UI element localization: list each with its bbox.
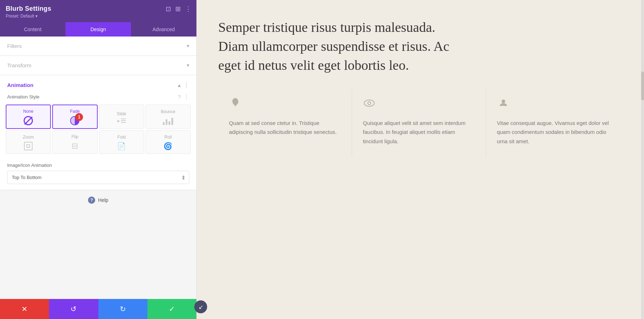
slide-icon: ▶ <box>117 119 126 123</box>
roll-icon: 🌀 <box>164 142 172 150</box>
undo-button[interactable]: ↺ <box>49 299 98 319</box>
animation-title: Animation <box>7 82 33 88</box>
content-area: Semper tristique risus turpis malesuada.… <box>197 0 641 319</box>
anim-flip[interactable]: Flip ⊟ <box>52 130 97 154</box>
tabs: Content Design Advanced <box>0 22 196 37</box>
filters-section: Filters ▾ <box>0 37 196 56</box>
animation-style-more-icon[interactable]: ⋮ <box>184 93 189 100</box>
anim-bounce[interactable]: Bounce <box>146 105 191 129</box>
animation-style-row: Animation Style ? ⋮ <box>0 91 196 105</box>
panel-title: Blurb Settings <box>6 5 191 13</box>
fullscreen-icon[interactable]: ⊡ <box>166 5 171 13</box>
svg-point-3 <box>502 100 505 103</box>
none-icon-wrap <box>24 116 33 125</box>
blurb-icon-3 <box>497 97 609 111</box>
transform-header[interactable]: Transform ▾ <box>0 56 196 75</box>
blurb-cards: Quam at sed conse ctetur in. Tristique a… <box>218 90 620 157</box>
animation-style-help-icon[interactable]: ? <box>178 94 181 100</box>
tab-content[interactable]: Content <box>0 22 65 37</box>
anim-none-label: None <box>23 109 34 114</box>
anim-zoom-label: Zoom <box>23 135 34 140</box>
image-icon-select[interactable]: Top To Bottom Bottom To Top Left To Righ… <box>7 171 189 184</box>
settings-panel: Blurb Settings Preset: Default ▾ ⊡ ⊞ ⋮ C… <box>0 0 197 319</box>
cancel-button[interactable]: ✕ <box>0 299 49 319</box>
image-icon-animation-section: Image/Icon Animation Top To Bottom Botto… <box>0 160 196 190</box>
transform-title: Transform <box>7 62 31 68</box>
transform-chevron: ▾ <box>187 62 189 68</box>
fade-badge: 1 <box>75 113 83 121</box>
scrollbar-thumb[interactable] <box>641 72 644 100</box>
blurb-card-2: Quisque aliquet velit sit amet sem inter… <box>352 90 486 157</box>
animation-header-icons: ▴ ⋮ <box>178 82 189 88</box>
redo-button[interactable]: ↻ <box>98 299 147 319</box>
bounce-icon <box>163 116 173 125</box>
blurb-icon-1 <box>229 97 341 111</box>
blurb-card-1: Quam at sed conse ctetur in. Tristique a… <box>218 90 352 157</box>
anim-slide[interactable]: Slide ▶ <box>99 105 144 129</box>
anim-fold[interactable]: Fold 📄 <box>99 130 144 154</box>
blurb-icon-2 <box>363 97 475 111</box>
anim-zoom[interactable]: Zoom <box>6 130 51 154</box>
panel-body: Filters ▾ Transform ▾ Animation ▴ ⋮ Anim <box>0 37 196 299</box>
floating-action-icon[interactable]: ↙ <box>194 300 207 313</box>
image-icon-select-wrap: Top To Bottom Bottom To Top Left To Righ… <box>7 171 189 184</box>
tab-design[interactable]: Design <box>65 22 131 37</box>
anim-none[interactable]: None <box>6 105 51 129</box>
panel-header-icons: ⊡ ⊞ ⋮ <box>166 5 191 13</box>
panel-preset[interactable]: Preset: Default ▾ <box>6 14 191 19</box>
fade-icon-wrap: 1 <box>70 116 79 125</box>
anim-roll[interactable]: Roll 🌀 <box>146 130 191 154</box>
filters-title: Filters <box>7 43 22 49</box>
filters-chevron: ▾ <box>187 43 189 49</box>
more-icon[interactable]: ⋮ <box>185 5 191 13</box>
animation-collapse-icon[interactable]: ▴ <box>178 82 181 88</box>
blurb-text-2: Quisque aliquet velit sit amet sem inter… <box>363 119 475 146</box>
help-circle-icon: ? <box>88 197 95 204</box>
animation-header: Animation ▴ ⋮ <box>0 75 196 91</box>
image-icon-label: Image/Icon Animation <box>7 163 189 168</box>
panel-footer: ✕ ↺ ↻ ✓ <box>0 299 196 319</box>
transform-section: Transform ▾ <box>0 56 196 75</box>
tab-advanced[interactable]: Advanced <box>131 22 196 37</box>
right-scrollbar[interactable] <box>641 0 644 319</box>
save-button[interactable]: ✓ <box>147 299 196 319</box>
panel-header: Blurb Settings Preset: Default ▾ ⊡ ⊞ ⋮ <box>0 0 196 22</box>
anim-bounce-label: Bounce <box>161 109 176 114</box>
animation-more-icon[interactable]: ⋮ <box>184 82 189 88</box>
anim-slide-label: Slide <box>117 111 126 116</box>
help-label: Help <box>98 197 108 203</box>
anim-flip-label: Flip <box>72 134 78 139</box>
anim-fold-label: Fold <box>117 135 126 140</box>
animation-style-label: Animation Style <box>7 94 175 100</box>
flip-icon: ⊟ <box>72 141 78 151</box>
svg-point-2 <box>369 102 370 104</box>
fold-icon: 📄 <box>117 142 126 150</box>
none-circle-icon <box>24 116 33 125</box>
zoom-icon <box>24 142 33 150</box>
animation-section: Animation ▴ ⋮ Animation Style ? ⋮ None <box>0 75 196 190</box>
hero-text: Semper tristique risus turpis malesuada.… <box>218 18 469 75</box>
animation-grid: None Fade 1 Slide ▶ <box>0 105 196 160</box>
columns-icon[interactable]: ⊞ <box>175 5 181 13</box>
help-row[interactable]: ? Help <box>0 190 196 210</box>
blurb-text-1: Quam at sed conse ctetur in. Tristique a… <box>229 119 341 137</box>
filters-header[interactable]: Filters ▾ <box>0 37 196 55</box>
anim-roll-label: Roll <box>165 135 172 140</box>
anim-fade[interactable]: Fade 1 <box>52 105 97 129</box>
blurb-card-3: Vitae consequat augue. Vivamus eget dolo… <box>486 90 620 157</box>
blurb-text-3: Vitae consequat augue. Vivamus eget dolo… <box>497 119 609 146</box>
